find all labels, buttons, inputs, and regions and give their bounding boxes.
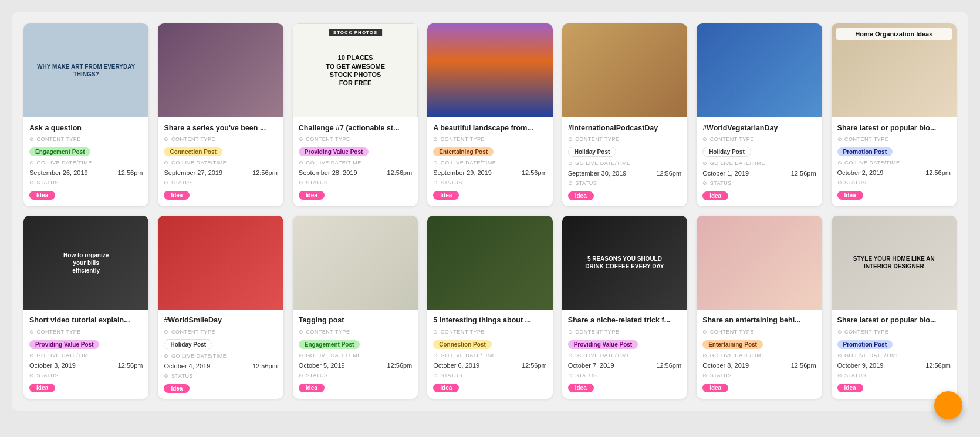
card-image-card-11: [427, 216, 552, 310]
date-label: GO LIVE DATE/TIME: [837, 160, 951, 166]
card-title: Share latest or popular blo...: [837, 123, 951, 133]
status-label: STATUS: [837, 372, 951, 378]
content-type-badge: Connection Post: [164, 146, 277, 156]
date: September 26, 2019: [29, 169, 88, 176]
date: September 28, 2019: [299, 169, 357, 176]
status-badge: Idea: [702, 191, 728, 200]
content-type-label: CONTENT TYPE: [568, 136, 681, 142]
card-card-9[interactable]: #WorldSmileDay CONTENT TYPE Holiday Post…: [158, 216, 283, 398]
card-title: Tagging post: [299, 315, 412, 325]
date-label: GO LIVE DATE/TIME: [568, 160, 681, 166]
status-label: STATUS: [299, 372, 412, 378]
card-card-6[interactable]: #WorldVegetarianDay CONTENT TYPE Holiday…: [697, 23, 822, 206]
card-body-card-10: Tagging post CONTENT TYPE Engagement Pos…: [293, 310, 418, 398]
badge: Providing Value Post: [299, 147, 369, 156]
time: 12:56pm: [252, 362, 278, 369]
datetime-row: September 27, 2019 12:56pm: [164, 169, 277, 176]
status-label: STATUS: [568, 372, 681, 378]
time: 12:56pm: [791, 362, 816, 369]
content-type-badge: Holiday Post: [702, 146, 816, 157]
status-badge: Idea: [29, 191, 55, 200]
status-container: Idea: [29, 382, 143, 392]
time: 12:56pm: [387, 362, 412, 369]
content-type-label: CONTENT TYPE: [837, 329, 951, 335]
status-container: Idea: [299, 382, 412, 392]
add-button[interactable]: [934, 391, 962, 419]
status-container: Idea: [164, 189, 277, 200]
card-title: A beautiful landscape from...: [433, 123, 546, 133]
date-label: GO LIVE DATE/TIME: [433, 160, 546, 166]
status-container: Idea: [433, 382, 546, 392]
date: October 1, 2019: [702, 170, 749, 177]
card-title: Ask a question: [29, 123, 143, 133]
status-label: STATUS: [702, 372, 816, 378]
content-type-label: CONTENT TYPE: [433, 329, 546, 335]
date-label: GO LIVE DATE/TIME: [702, 160, 816, 166]
time: 12:56pm: [925, 362, 951, 369]
card-title: Short video tutorial explain...: [29, 315, 143, 325]
datetime-row: October 1, 2019 12:56pm: [702, 170, 816, 177]
datetime-row: October 8, 2019 12:56pm: [702, 362, 816, 369]
datetime-row: September 28, 2019 12:56pm: [299, 169, 412, 176]
datetime-row: October 2, 2019 12:56pm: [837, 169, 951, 176]
datetime-row: October 4, 2019 12:56pm: [164, 362, 277, 369]
card-title: Share an entertaining behi...: [702, 315, 816, 325]
content-type-badge: Engagement Post: [29, 146, 143, 156]
card-card-1[interactable]: WHY MAKE ART FROM EVERYDAY THINGS? Ask a…: [23, 23, 148, 206]
content-type-label: CONTENT TYPE: [837, 136, 951, 142]
card-card-7[interactable]: Home Organization Ideas Share latest or …: [832, 23, 957, 206]
date: October 4, 2019: [164, 362, 210, 369]
status-label: STATUS: [29, 180, 143, 186]
card-image-card-8: How to organizeyour billsefficiently: [23, 216, 148, 310]
content-type-badge: Promotion Post: [837, 146, 951, 156]
card-card-13[interactable]: Share an entertaining behi... CONTENT TY…: [697, 216, 822, 398]
content-type-label: CONTENT TYPE: [299, 136, 412, 142]
time: 12:56pm: [656, 362, 681, 369]
card-title: Challenge #7 (actionable st...: [299, 123, 412, 133]
badge: Promotion Post: [837, 147, 893, 156]
card-body-card-12: Share a niche-related trick f... CONTENT…: [562, 310, 687, 398]
card-card-12[interactable]: 5 REASONS YOU SHOULDDRINK COFFEE EVERY D…: [562, 216, 687, 398]
datetime-row: September 30, 2019 12:56pm: [568, 170, 681, 177]
card-card-10[interactable]: Tagging post CONTENT TYPE Engagement Pos…: [293, 216, 418, 398]
status-badge: Idea: [433, 384, 459, 392]
card-card-14[interactable]: STYLE YOUR HOME LIKE ANINTERIOR DESIGNER…: [832, 216, 957, 398]
status-label: STATUS: [568, 180, 681, 186]
content-type-badge: Holiday Post: [568, 146, 681, 157]
status-badge: Idea: [164, 384, 190, 393]
content-type-label: CONTENT TYPE: [299, 329, 412, 335]
card-image-card-10: [293, 216, 418, 310]
card-card-2[interactable]: Share a series you've been ... CONTENT T…: [158, 23, 283, 206]
card-body-card-14: Share latest or popular blo... CONTENT T…: [832, 310, 957, 398]
status-container: Idea: [299, 189, 412, 200]
content-type-badge: Providing Value Post: [568, 338, 681, 349]
card-card-5[interactable]: #InternationalPodcastDay CONTENT TYPE Ho…: [562, 23, 687, 206]
datetime-row: October 5, 2019 12:56pm: [299, 362, 412, 369]
card-title: #InternationalPodcastDay: [568, 123, 681, 133]
datetime-row: October 7, 2019 12:56pm: [568, 362, 681, 369]
card-body-card-5: #InternationalPodcastDay CONTENT TYPE Ho…: [562, 117, 687, 206]
card-title: Share a series you've been ...: [164, 123, 277, 133]
time: 12:56pm: [118, 169, 143, 176]
status-label: STATUS: [433, 372, 546, 378]
status-label: STATUS: [164, 373, 277, 379]
card-card-4[interactable]: A beautiful landscape from... CONTENT TY…: [427, 23, 552, 206]
content-type-label: CONTENT TYPE: [164, 136, 277, 142]
card-body-card-13: Share an entertaining behi... CONTENT TY…: [697, 310, 822, 398]
date-label: GO LIVE DATE/TIME: [702, 352, 816, 358]
status-label: STATUS: [299, 180, 412, 186]
card-card-8[interactable]: How to organizeyour billsefficiently Sho…: [23, 216, 148, 398]
status-container: Idea: [568, 190, 681, 200]
card-image-card-4: [427, 23, 552, 117]
card-body-card-4: A beautiful landscape from... CONTENT TY…: [427, 117, 552, 206]
time: 12:56pm: [656, 170, 681, 177]
card-card-3[interactable]: STOCK PHOTOS 10 PLACESTO GET AWESOMESTOC…: [293, 23, 418, 206]
time: 12:56pm: [522, 169, 547, 176]
content-type-label: CONTENT TYPE: [29, 329, 143, 335]
card-body-card-11: 5 interesting things about ... CONTENT T…: [427, 310, 552, 398]
status-container: Idea: [702, 382, 816, 392]
badge: Connection Post: [164, 147, 222, 156]
status-label: STATUS: [433, 180, 546, 186]
card-card-11[interactable]: 5 interesting things about ... CONTENT T…: [427, 216, 552, 398]
date-label: GO LIVE DATE/TIME: [299, 160, 412, 166]
